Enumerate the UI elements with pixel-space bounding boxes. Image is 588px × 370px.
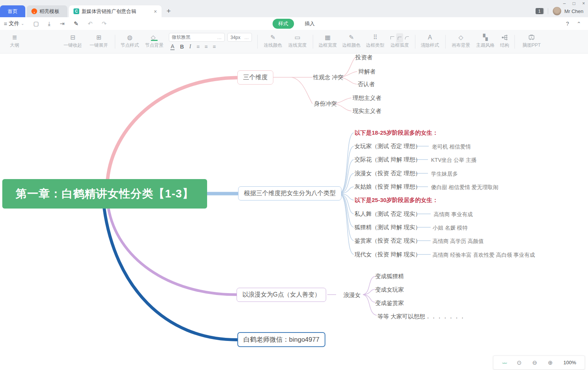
branch-curve-pink bbox=[108, 78, 237, 179]
node-romantic-girl[interactable]: 浪漫女 bbox=[343, 292, 361, 298]
font-family-select[interactable]: 微软雅黑 … bbox=[169, 33, 225, 42]
mindmap-doc-icon: C bbox=[74, 8, 79, 14]
line-color-button[interactable]: ✎ 连线颜色 bbox=[264, 34, 282, 49]
border-width-icon: ▦ bbox=[325, 34, 330, 41]
node-style-icon: ◍ bbox=[127, 34, 132, 41]
corner-selected[interactable] bbox=[396, 33, 403, 42]
node-sex-concept-conflict[interactable]: 性观念 冲突 bbox=[313, 74, 343, 81]
node-identity-conflict[interactable]: 身份冲突 bbox=[314, 100, 337, 107]
border-color-button[interactable]: ✎ 边框颜色 bbox=[342, 34, 361, 49]
zoom-out-icon[interactable]: ⊖ bbox=[532, 359, 537, 366]
node-denier[interactable]: 否认者 bbox=[358, 81, 375, 88]
tab-templates[interactable]: , 稻壳模板 bbox=[27, 5, 67, 17]
type-romantic-desc[interactable]: 学生妹居多 bbox=[431, 170, 458, 177]
type-cinderella-desc[interactable]: 傻白甜 相信爱情 爱无理取闹 bbox=[431, 184, 498, 191]
collapse-all-button[interactable]: ⊟ 一键收起 bbox=[64, 34, 82, 49]
outline-button[interactable]: ≣ 大纲 bbox=[10, 34, 19, 49]
collapse-ribbon-icon[interactable]: ⌃ bbox=[577, 21, 581, 27]
mindmap-canvas[interactable]: 第一章：白鹤精讲女性分类【1-3】 三个维度 性观念 冲突 投资者 辩解者 否认… bbox=[0, 54, 588, 370]
expand-all-button[interactable]: ⊞ 一键展开 bbox=[90, 34, 108, 49]
node-background-button[interactable]: ◇ 节点背景 bbox=[145, 34, 163, 49]
minimize-button[interactable]: – bbox=[563, 1, 566, 6]
type-private-dancer-desc[interactable]: 高情商 事业有成 bbox=[434, 211, 473, 218]
header-age-18-25[interactable]: 以下是18-25岁阶段居多的女生： bbox=[354, 129, 438, 136]
type-connoisseur-desc[interactable]: 高情商 高学历 高颜值 bbox=[433, 238, 484, 244]
close-window-button[interactable]: × bbox=[582, 1, 585, 6]
theme-style-button[interactable]: ▚ 主题风格 bbox=[476, 34, 495, 49]
tab-insert[interactable]: 插入 bbox=[305, 20, 315, 27]
format-painter-icon[interactable]: ✎ bbox=[74, 20, 79, 27]
tab-close-icon[interactable]: × bbox=[150, 8, 157, 15]
node-investor[interactable]: 投资者 bbox=[355, 54, 372, 61]
zoom-in-icon[interactable]: ⊕ bbox=[548, 359, 553, 366]
border-radius-button[interactable]: 边框弧度 bbox=[390, 34, 409, 49]
border-radius-icons bbox=[390, 34, 409, 41]
font-color-button[interactable]: A bbox=[170, 43, 175, 50]
node-defender[interactable]: 辩解者 bbox=[358, 68, 376, 75]
node-become-fox[interactable]: 变成狐狸精 bbox=[375, 273, 404, 280]
file-menu[interactable]: ≡ 文件 ⌄ bbox=[4, 20, 24, 27]
maximize-button[interactable]: □ bbox=[573, 1, 575, 6]
undo-icon[interactable]: ↶ bbox=[88, 20, 93, 27]
ppt-button[interactable]: 脑图PPT bbox=[523, 34, 541, 49]
type-player[interactable]: 女玩家（测试 否定 理想） bbox=[354, 143, 421, 150]
structure-button[interactable]: 结构 bbox=[500, 34, 509, 49]
overview-eye-icon[interactable]: ⌣⌣ bbox=[502, 360, 506, 366]
redo-icon[interactable]: ↷ bbox=[102, 20, 107, 27]
type-cinderella[interactable]: 灰姑娘（投资 辩解 理想） bbox=[354, 183, 421, 190]
node-dimensions[interactable]: 三个维度 bbox=[237, 70, 273, 85]
save-icon[interactable]: ▢ bbox=[33, 20, 39, 27]
presentation-icon bbox=[528, 34, 535, 41]
align-center-icon[interactable]: ≡ bbox=[204, 44, 207, 50]
tab-style[interactable]: 样式 bbox=[273, 19, 294, 29]
type-socialite[interactable]: 交际花（测试 辩解 理想） bbox=[354, 156, 421, 163]
type-fox[interactable]: 狐狸精（测试 辩解 现实） bbox=[354, 224, 421, 231]
bold-button[interactable]: B bbox=[180, 44, 184, 50]
type-modern-desc[interactable]: 高情商 经验丰富 喜欢性爱 高白领 事业有成 bbox=[433, 251, 535, 258]
italic-button[interactable]: I bbox=[189, 44, 191, 50]
align-right-icon[interactable]: ≡ bbox=[212, 44, 215, 50]
node-etc-think[interactable]: 等等 大家可以想想．．．．．．． bbox=[377, 313, 465, 320]
border-type-button[interactable]: ⠿ 边框类型 bbox=[366, 34, 384, 49]
locate-center-icon[interactable]: ⊙ bbox=[517, 359, 522, 366]
canvas-background-icon: ◇ bbox=[459, 34, 463, 41]
clear-style-button[interactable]: A 清除样式 bbox=[421, 34, 439, 49]
new-tab-button[interactable]: + bbox=[167, 7, 171, 15]
root-node[interactable]: 第一章：白鹤精讲女性分类【1-3】 bbox=[2, 179, 207, 209]
corner-sharp-icon[interactable] bbox=[390, 36, 394, 39]
node-style-button[interactable]: ◍ 节点样式 bbox=[121, 34, 139, 49]
type-private-dancer[interactable]: 私人舞（测试 否定 现实） bbox=[354, 210, 421, 217]
avatar[interactable] bbox=[553, 7, 561, 15]
export-icon[interactable]: ⇥ bbox=[60, 20, 65, 27]
canvas-background-button[interactable]: ◇ 画布背景 bbox=[452, 34, 470, 49]
type-modern[interactable]: 现代女（投资 辩解 现实） bbox=[354, 251, 421, 258]
user-area: 1 Mr Chen bbox=[536, 7, 583, 15]
corner-rounder-icon[interactable] bbox=[405, 36, 409, 39]
node-wechat-contact[interactable]: 白鹤老师微信：bingo4977 bbox=[237, 332, 325, 347]
help-button[interactable]: ? bbox=[566, 21, 569, 27]
chevron-down-icon: ⌄ bbox=[21, 21, 24, 26]
ppt-label: 脑图PPT bbox=[523, 42, 541, 49]
align-left-icon[interactable]: ≡ bbox=[196, 44, 199, 50]
node-become-player[interactable]: 变成女玩家 bbox=[375, 286, 404, 293]
node-become-connoisseur[interactable]: 变成鉴赏家 bbox=[375, 300, 404, 306]
node-realist[interactable]: 现实主义者 bbox=[353, 108, 381, 114]
node-eight-types[interactable]: 根据三个维度把女生分为八个类型 bbox=[238, 186, 341, 200]
mindmap-app-window: 首页 , 稻壳模板 C 新媒体营销推广创意合辑 × + – □ × 1 Mr C… bbox=[0, 0, 588, 370]
type-player-desc[interactable]: 老司机 相信爱情 bbox=[432, 143, 471, 150]
border-width-button[interactable]: ▦ 边框宽度 bbox=[318, 34, 337, 49]
type-romantic[interactable]: 浪漫女（投资 否定 理想） bbox=[354, 170, 421, 177]
notification-badge[interactable]: 1 bbox=[536, 8, 543, 14]
tab-home[interactable]: 首页 bbox=[0, 5, 25, 17]
type-connoisseur[interactable]: 鉴赏家（投资 否定 现实） bbox=[354, 237, 421, 244]
header-age-25-30[interactable]: 以下是25-30岁阶段居多的女生： bbox=[354, 197, 438, 204]
tab-document-active[interactable]: C 新媒体营销推广创意合辑 × bbox=[69, 5, 162, 17]
font-size-select[interactable]: 34px … bbox=[227, 33, 252, 42]
node-idealist[interactable]: 理想主义者 bbox=[353, 95, 381, 101]
download-icon[interactable]: ⤓ bbox=[48, 20, 51, 27]
line-width-button[interactable]: ▭ 连线宽度 bbox=[288, 34, 307, 49]
type-socialite-desc[interactable]: KTV坐台 公举 主播 bbox=[431, 156, 477, 163]
line-width-label: 连线宽度 bbox=[288, 42, 307, 49]
node-romance-gpoint[interactable]: 以浪漫女为G点（女人善变） bbox=[237, 288, 326, 302]
type-fox-desc[interactable]: 小姐 名媛 模特 bbox=[433, 224, 468, 231]
